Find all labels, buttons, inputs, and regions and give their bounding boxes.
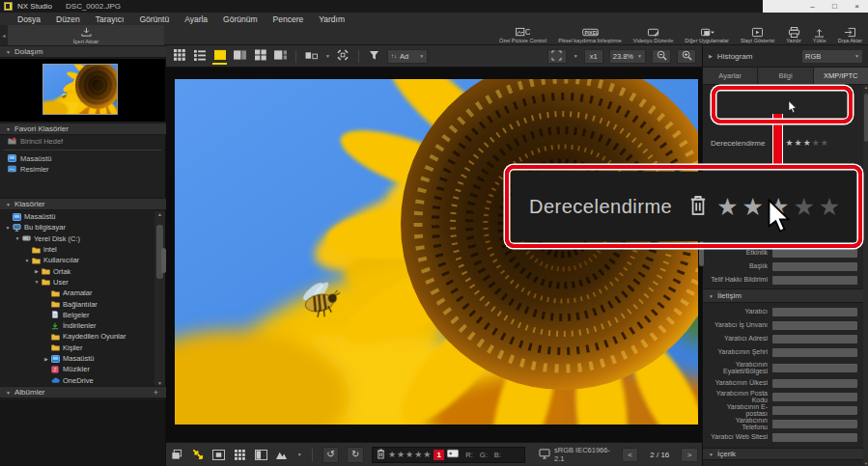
field-input[interactable] — [772, 335, 857, 343]
show-pairs-button[interactable] — [170, 448, 183, 462]
tab-xmp-iptc[interactable]: XMP/IPTC — [814, 68, 868, 85]
right-panel-scrollbar[interactable]: ▲ ▼ — [863, 85, 868, 466]
tree-item-3[interactable]: intel — [0, 244, 154, 255]
field-input[interactable] — [772, 379, 857, 388]
scroll-down-icon[interactable]: ▼ — [864, 461, 868, 466]
filter-icon[interactable] — [367, 48, 381, 65]
navigation-panel-header[interactable]: ▼ Dolaşım — [0, 45, 166, 58]
transfer-button[interactable] — [191, 448, 205, 462]
rotate-right-button[interactable]: ↻ — [347, 447, 364, 463]
label-badge[interactable]: 1 — [434, 450, 444, 460]
folder-tree-scrollbar[interactable]: ▲ ▼ — [154, 211, 165, 386]
thumbnail-size-button[interactable] — [304, 48, 319, 65]
thumbnail-grid-view-button[interactable] — [172, 48, 186, 65]
tree-item-10[interactable]: İndirilenler — [0, 320, 154, 331]
tree-item-12[interactable]: Kişiler — [0, 343, 154, 353]
expander-open-icon[interactable]: ▼ — [23, 258, 31, 263]
field-input[interactable] — [772, 420, 857, 428]
star-icon[interactable]: ★ — [819, 195, 841, 219]
star-icon[interactable]: ★ — [793, 195, 815, 219]
contact-section-header[interactable]: ▼İletişim — [703, 288, 863, 303]
channel-dropdown[interactable]: RGB ▼ — [801, 49, 863, 64]
expander-open-icon[interactable]: ▼ — [4, 225, 12, 231]
single-image-button[interactable] — [212, 448, 226, 462]
field-input[interactable] — [772, 308, 857, 316]
previous-image-button[interactable]: < — [622, 448, 639, 462]
albums-panel-header[interactable]: ▼ Albümler + — [0, 386, 166, 398]
navigation-thumbnail[interactable] — [42, 64, 118, 115]
toolbar-button-print[interactable]: Yazdır — [780, 25, 807, 45]
import-button[interactable]: İçeri Aktar — [8, 25, 164, 45]
next-image-button[interactable]: > — [681, 448, 698, 462]
tree-item-9[interactable]: Belgeler — [0, 310, 154, 320]
star-icon[interactable]: ★ — [803, 139, 811, 148]
fullscreen-button[interactable] — [336, 48, 350, 65]
star-icon[interactable]: ★ — [414, 451, 422, 459]
toolbar-button-other-apps[interactable]: Diğer Uygulamalar — [679, 25, 735, 45]
tree-item-13[interactable]: ▶Masaüstü — [0, 353, 154, 364]
field-input[interactable] — [772, 249, 857, 258]
field-input[interactable] — [772, 364, 857, 372]
field-input[interactable] — [772, 321, 857, 330]
tree-item-2[interactable]: ▼Yerel Disk (C:) — [0, 233, 154, 244]
tree-item-1[interactable]: ▼Bu bilgisayar — [0, 222, 154, 233]
tree-item-6[interactable]: ▼User — [0, 277, 154, 288]
star-icon[interactable]: ★ — [742, 195, 765, 219]
expander-open-icon[interactable]: ▼ — [33, 279, 41, 285]
menu-item-dosya[interactable]: Dosya — [10, 14, 48, 24]
thumbnail-strip-button[interactable] — [233, 448, 246, 462]
favorites-panel-header[interactable]: ▼ Favori Klasörler — [0, 123, 166, 135]
star-icon[interactable]: ★ — [812, 139, 820, 148]
field-input[interactable] — [772, 276, 857, 285]
menu-item-görünüm[interactable]: Görünüm — [215, 14, 265, 24]
close-button[interactable]: × — [846, 0, 868, 13]
tab-ayarlar[interactable]: Ayarlar — [703, 68, 758, 85]
sort-dropdown[interactable]: ↑↓ Ad ▼ — [387, 49, 428, 64]
tree-item-8[interactable]: Bağlantılar — [0, 298, 154, 309]
favorite-item-1[interactable]: Masaüstü — [0, 153, 165, 164]
field-input[interactable] — [772, 348, 857, 357]
menu-item-görüntü[interactable]: Görüntü — [131, 14, 177, 24]
tree-item-14[interactable]: ♪Müzikler — [0, 364, 154, 374]
expander-open-icon[interactable]: ▼ — [14, 235, 21, 241]
star-icon[interactable]: ★ — [388, 451, 396, 459]
scrollbar-thumb[interactable] — [864, 94, 868, 142]
tree-item-11[interactable]: Kaydedilen Oyunlar — [0, 331, 154, 342]
toolbar-collapse-handle[interactable]: ◂ — [0, 25, 8, 45]
menu-item-ayarla[interactable]: Ayarla — [177, 14, 215, 24]
zoom-1to1-button[interactable]: x1 — [584, 49, 603, 64]
fit-to-screen-button[interactable] — [547, 49, 567, 64]
menu-item-pencere[interactable]: Pencere — [266, 14, 312, 24]
tree-item-15[interactable]: OneDrive — [0, 374, 154, 385]
scroll-up-icon[interactable]: ▲ — [157, 211, 162, 217]
four-up-view-button[interactable] — [253, 48, 267, 65]
star-icon[interactable]: ★ — [406, 451, 413, 459]
list-view-button[interactable] — [192, 48, 207, 65]
minimize-button[interactable]: – — [801, 0, 824, 13]
menu-item-tarayıcı[interactable]: Tarayıcı — [88, 14, 132, 24]
star-icon[interactable]: ★ — [716, 195, 739, 219]
tree-item-4[interactable]: ▼Kullanıcılar — [0, 255, 154, 265]
filmstrip-view-button[interactable] — [273, 48, 288, 65]
tab-bilgi[interactable]: Bilgi — [758, 68, 813, 85]
histogram-header[interactable]: ▶ Histogram RGB ▼ — [703, 45, 868, 68]
toolbar-button-upload[interactable]: Yükle — [807, 25, 832, 45]
toolbar-button-export[interactable]: Dışa Aktar — [832, 25, 868, 45]
star-icon[interactable]: ★ — [821, 139, 828, 148]
info-overlay-button[interactable] — [254, 448, 267, 462]
field-input[interactable] — [772, 262, 857, 271]
field-input[interactable] — [772, 393, 857, 401]
tree-item-5[interactable]: ▶Ortak — [0, 265, 154, 276]
star-icon[interactable]: ★ — [795, 139, 802, 148]
toolbar-button-slideshow[interactable]: Slayt Gösterisi — [735, 25, 780, 45]
left-panel-splitter-handle[interactable] — [161, 248, 166, 273]
favorite-item-0[interactable]: Birincil Hedef — [0, 136, 165, 147]
folders-panel-header[interactable]: ▼ Klasörler — [0, 198, 166, 210]
clear-rating-trash-icon[interactable] — [689, 194, 707, 219]
expander-closed-icon[interactable]: ▶ — [42, 356, 50, 362]
rotate-left-button[interactable]: ↺ — [322, 447, 340, 463]
add-album-button[interactable]: + — [154, 388, 158, 397]
toolbar-button-video-edit[interactable]: Videoyu Düzenle — [628, 25, 679, 45]
histogram-overlay-button[interactable] — [275, 448, 289, 462]
menu-item-yardım[interactable]: Yardım — [311, 14, 352, 24]
